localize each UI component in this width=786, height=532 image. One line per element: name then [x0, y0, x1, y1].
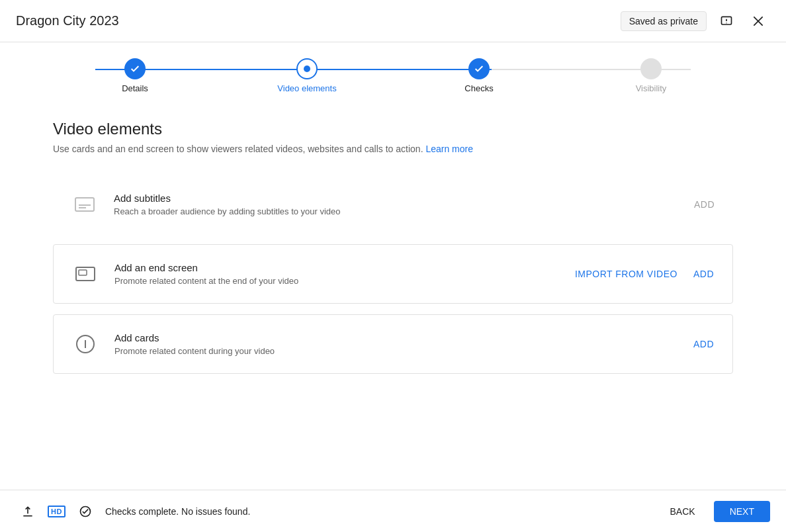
svg-text:i: i — [84, 339, 86, 349]
add-cards-actions: ADD — [691, 335, 717, 353]
svg-rect-9 — [79, 270, 87, 275]
hd-badge: HD — [48, 506, 66, 517]
close-icon — [752, 15, 765, 28]
section-subtitle: Use cards and an end screen to show view… — [53, 144, 733, 154]
step-checks[interactable]: Checks — [439, 58, 519, 93]
step-details-label: Details — [122, 83, 148, 93]
step-checks-circle — [468, 58, 490, 79]
step-details[interactable]: Details — [95, 58, 175, 93]
add-cards-title: Add cards — [114, 332, 691, 343]
alert-button[interactable] — [715, 9, 738, 33]
stepper: Details Video elements Checks Visibility — [0, 42, 786, 104]
checkmark-icon-2 — [474, 64, 484, 74]
step-video-elements-label: Video elements — [277, 83, 336, 93]
end-screen-desc: Promote related content at the end of yo… — [114, 276, 572, 286]
step-checks-label: Checks — [464, 83, 493, 93]
next-button[interactable]: NEXT — [714, 501, 770, 522]
end-screen-card: Add an end screen Promote related conten… — [53, 244, 733, 304]
add-cards-card: i Add cards Promote related content duri… — [53, 314, 733, 374]
footer-right: BACK NEXT — [660, 501, 770, 522]
step-visibility-circle — [640, 58, 662, 79]
subtitles-card: Add subtitles Reach a broader audience b… — [53, 175, 733, 234]
back-button[interactable]: BACK — [660, 501, 706, 522]
step-visibility-label: Visibility — [636, 83, 667, 93]
upload-icon — [21, 505, 34, 518]
add-cards-card-content: Add cards Promote related content during… — [114, 332, 691, 356]
subtitles-icon — [69, 189, 101, 220]
subtitles-title: Add subtitles — [114, 193, 691, 204]
saved-badge: Saved as private — [621, 11, 707, 31]
footer-status: Checks complete. No issues found. — [105, 506, 250, 517]
add-cards-desc: Promote related content during your vide… — [114, 346, 691, 356]
alert-icon — [720, 15, 733, 28]
step-visibility[interactable]: Visibility — [611, 58, 691, 93]
checks-complete-icon-btn — [73, 500, 97, 523]
circle-check-icon — [79, 505, 92, 518]
add-cards-icon: i — [69, 328, 101, 360]
header: Dragon City 2023 Saved as private — [0, 0, 786, 42]
end-screen-card-content: Add an end screen Promote related conten… — [114, 262, 572, 286]
page-title: Dragon City 2023 — [16, 13, 119, 28]
step-video-elements-circle — [296, 58, 318, 79]
upload-button[interactable] — [16, 500, 40, 523]
step-video-elements[interactable]: Video elements — [267, 58, 347, 93]
end-screen-icon — [69, 258, 101, 290]
cards-add-button[interactable]: ADD — [691, 335, 717, 353]
subtitles-card-content: Add subtitles Reach a broader audience b… — [114, 193, 691, 216]
checkmark-icon — [130, 64, 140, 74]
main-content: Video elements Use cards and an end scre… — [0, 104, 786, 490]
end-screen-add-button[interactable]: ADD — [691, 265, 717, 283]
import-from-video-button[interactable]: IMPORT FROM VIDEO — [572, 265, 680, 283]
learn-more-link[interactable]: Learn more — [425, 144, 473, 154]
end-screen-title: Add an end screen — [114, 262, 572, 273]
section-title: Video elements — [53, 120, 733, 138]
footer-left: HD Checks complete. No issues found. — [16, 500, 250, 523]
header-actions: Saved as private — [621, 9, 770, 33]
subtitles-add-button[interactable]: ADD — [691, 195, 717, 214]
step-active-dot — [304, 66, 310, 72]
close-button[interactable] — [746, 9, 770, 33]
subtitles-desc: Reach a broader audience by adding subti… — [114, 206, 691, 216]
step-details-circle — [124, 58, 146, 79]
subtitles-actions: ADD — [691, 195, 717, 214]
end-screen-actions: IMPORT FROM VIDEO ADD — [572, 265, 717, 283]
footer: HD Checks complete. No issues found. BAC… — [0, 490, 786, 532]
